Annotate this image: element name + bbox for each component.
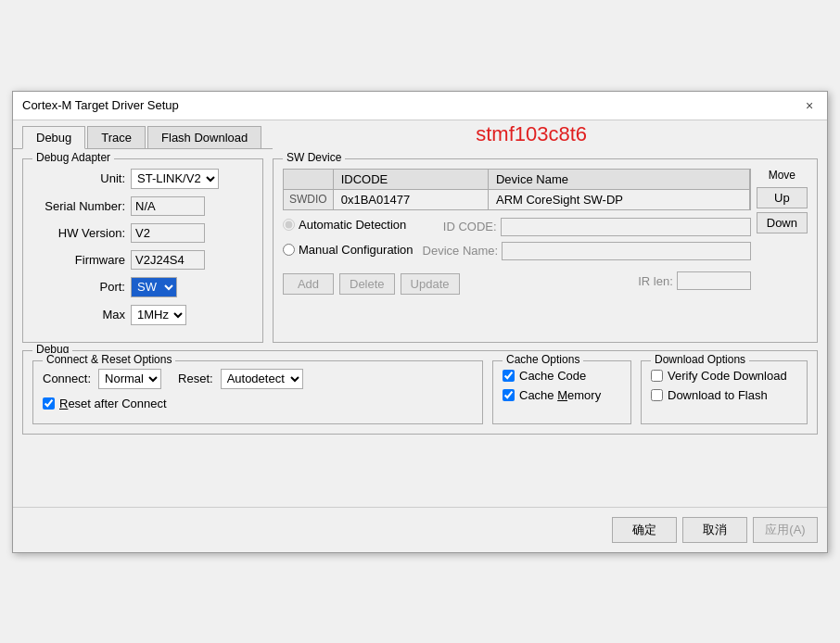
serial-number-row: Serial Number: N/A: [32, 196, 253, 216]
connect-select[interactable]: Normal: [98, 369, 161, 389]
update-button[interactable]: Update: [401, 273, 460, 295]
automatic-detection-radio[interactable]: [283, 219, 295, 231]
ok-button[interactable]: 确定: [612, 517, 677, 543]
device-name-input[interactable]: [502, 242, 751, 260]
max-row: Max 1MHz: [32, 305, 253, 325]
move-up-button[interactable]: Up: [757, 187, 808, 208]
port-row: Port: SW: [32, 277, 253, 297]
cache-options-group: Cache Options Cache Code Cache Memory: [492, 360, 631, 424]
port-label: Port:: [32, 280, 125, 294]
tab-trace[interactable]: Trace: [87, 126, 146, 148]
reset-after-connect-label: Reset after Connect: [59, 397, 167, 410]
main-window: Cortex-M Target Driver Setup × Debug Tra…: [12, 91, 828, 553]
action-buttons: Add Delete Update: [283, 273, 460, 295]
delete-button[interactable]: Delete: [339, 273, 395, 295]
automatic-detection-label: Automatic Detection: [299, 218, 406, 232]
tab-flash-download[interactable]: Flash Download: [147, 126, 261, 148]
cancel-button[interactable]: 取消: [682, 517, 747, 543]
sw-table-header-device-name: Device Name: [488, 170, 749, 190]
reset-select[interactable]: Autodetect: [221, 369, 303, 389]
download-to-flash-label: Download to Flash: [668, 388, 768, 402]
debug-section: Debug Connect & Reset Options Connect: N…: [22, 350, 818, 435]
footer: 确定 取消 应用(A): [13, 507, 827, 552]
window-title: Cortex-M Target Driver Setup: [22, 98, 179, 112]
max-label: Max: [32, 308, 125, 322]
spacer: [22, 442, 818, 498]
cache-options-label: Cache Options: [503, 353, 583, 366]
unit-select[interactable]: ST-LINK/V2: [131, 169, 219, 189]
unit-label: Unit:: [32, 171, 125, 185]
sw-row-device-name: ARM CoreSight SW-DP: [488, 189, 749, 209]
cache-code-row: Cache Code: [503, 369, 621, 383]
connect-label: Connect:: [43, 372, 91, 385]
device-title: stmf103c8t6: [273, 122, 827, 146]
sw-row-idcode: 0x1BA01477: [333, 189, 488, 209]
sw-table-header-idcode: IDCODE: [333, 170, 488, 190]
cache-code-checkbox[interactable]: [503, 370, 515, 382]
cache-code-label: Cache Code: [519, 369, 586, 383]
tab-debug[interactable]: Debug: [22, 126, 85, 149]
ir-len-row: IR len:: [599, 271, 751, 290]
id-code-label: ID CODE:: [423, 220, 497, 233]
sw-device-group: SW Device IDCODE Device Name: [273, 158, 818, 343]
connect-reset-group: Connect & Reset Options Connect: Normal …: [32, 360, 483, 424]
manual-config-radio[interactable]: [283, 244, 295, 256]
move-buttons: Move Up Down: [757, 169, 808, 233]
connect-row: Connect: Normal Reset: Autodetect: [43, 369, 473, 389]
sw-device-inner: IDCODE Device Name SWDIO 0x1BA01477 ARM …: [283, 169, 808, 295]
ir-len-label: IR len:: [599, 274, 673, 288]
tabs-title-row: Debug Trace Flash Download stmf103c8t6: [13, 120, 827, 149]
verify-code-row: Verify Code Download: [651, 369, 797, 383]
sw-table-container: IDCODE Device Name SWDIO 0x1BA01477 ARM …: [283, 169, 751, 295]
reset-after-connect-checkbox[interactable]: [43, 397, 55, 410]
download-to-flash-checkbox[interactable]: [651, 389, 663, 401]
close-button[interactable]: ×: [801, 97, 818, 114]
cache-memory-checkbox[interactable]: [503, 389, 515, 401]
debug-adapter-group: Debug Adapter Unit: ST-LINK/V2 Serial Nu…: [22, 158, 263, 343]
serial-number-value: N/A: [131, 196, 205, 216]
move-label: Move: [757, 169, 808, 182]
id-code-input[interactable]: [501, 218, 751, 236]
detection-right: ID CODE: Device Name:: [423, 218, 751, 262]
device-name-row: Device Name:: [423, 242, 751, 260]
top-row: Debug Adapter Unit: ST-LINK/V2 Serial Nu…: [22, 158, 818, 343]
firmware-label: Firmware: [32, 253, 125, 267]
ir-len-input[interactable]: [677, 271, 751, 290]
sw-device-label: SW Device: [283, 151, 345, 164]
debug-adapter-label: Debug Adapter: [32, 151, 114, 164]
hw-version-row: HW Version: V2: [32, 223, 253, 243]
sw-table-wrap: IDCODE Device Name SWDIO 0x1BA01477 ARM …: [283, 169, 751, 210]
id-code-row: ID CODE:: [423, 218, 751, 236]
hw-version-label: HW Version:: [32, 226, 125, 240]
title-bar: Cortex-M Target Driver Setup ×: [13, 92, 827, 120]
move-down-button[interactable]: Down: [757, 212, 808, 233]
reset-label: Reset:: [178, 372, 213, 385]
cache-memory-label: Cache Memory: [519, 388, 601, 402]
verify-code-checkbox[interactable]: [651, 370, 663, 382]
max-select[interactable]: 1MHz: [131, 305, 186, 325]
reset-after-connect-row: Reset after Connect: [43, 397, 473, 410]
download-to-flash-row: Download to Flash: [651, 388, 797, 402]
add-button[interactable]: Add: [283, 273, 334, 295]
firmware-value: V2J24S4: [131, 250, 205, 270]
detection-form: Automatic Detection Manual Configuration…: [283, 218, 751, 262]
firmware-row: Firmware V2J24S4: [32, 250, 253, 270]
verify-code-label: Verify Code Download: [668, 369, 787, 383]
table-row[interactable]: SWDIO 0x1BA01477 ARM CoreSight SW-DP: [284, 189, 749, 209]
unit-row: Unit: ST-LINK/V2: [32, 169, 253, 189]
download-options-group: Download Options Verify Code Download Do…: [641, 360, 808, 424]
download-options-label: Download Options: [651, 353, 749, 366]
content-area: Debug Adapter Unit: ST-LINK/V2 Serial Nu…: [13, 149, 827, 507]
detection-left: Automatic Detection Manual Configuration: [283, 218, 414, 262]
port-select[interactable]: SW: [131, 277, 177, 297]
apply-button[interactable]: 应用(A): [753, 517, 818, 543]
serial-number-label: Serial Number:: [32, 199, 125, 213]
sw-table-header-row: [284, 170, 333, 190]
hw-version-value: V2: [131, 223, 205, 243]
automatic-detection-row: Automatic Detection: [283, 218, 414, 232]
sw-row-label: SWDIO: [284, 189, 333, 209]
cache-memory-row: Cache Memory: [503, 388, 621, 402]
tab-bar: Debug Trace Flash Download: [13, 120, 273, 149]
debug-inner: Connect & Reset Options Connect: Normal …: [32, 360, 808, 424]
connect-reset-label: Connect & Reset Options: [43, 353, 175, 366]
